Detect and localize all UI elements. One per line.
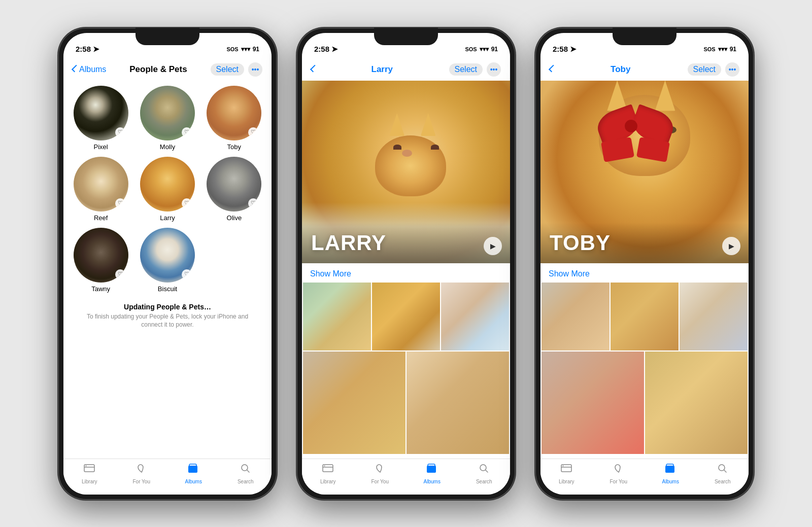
sos-label: SOS	[226, 46, 238, 52]
people-pets-grid: ♡ Pixel ♡ Molly ♡ Toby	[63, 81, 272, 298]
person-name-olive: Olive	[227, 214, 242, 222]
select-button[interactable]: Select	[211, 63, 244, 76]
heart-icon-reef: ♡	[115, 198, 125, 208]
tab-library[interactable]: Library	[63, 463, 116, 484]
person-molly[interactable]: ♡ Molly	[138, 86, 196, 151]
nav-bar-toby: Toby Select •••	[540, 58, 749, 81]
tab-search[interactable]: Search	[220, 463, 272, 484]
toby-thumb-2[interactable]	[611, 283, 679, 350]
tab-albums-label-larry: Albums	[424, 479, 441, 484]
person-olive[interactable]: ♡ Olive	[205, 157, 263, 222]
update-notice: Updating People & Pets… To finish updati…	[63, 298, 272, 335]
tab-foryou-toby[interactable]: For You	[593, 463, 645, 484]
person-name-reef: Reef	[94, 214, 108, 222]
show-more-toby[interactable]: Show More	[540, 263, 749, 283]
person-tawny[interactable]: ♡ Tawny	[72, 228, 130, 293]
albums-icon-toby	[665, 463, 676, 477]
nav-title: People & Pets	[129, 64, 187, 75]
heart-icon-pixel: ♡	[115, 127, 125, 137]
tab-library-larry[interactable]: Library	[302, 463, 354, 484]
tab-library-toby[interactable]: Library	[540, 463, 593, 484]
status-right: SOS ▾▾▾ 91	[226, 46, 259, 53]
person-name-molly: Molly	[160, 143, 175, 151]
update-notice-text: To finish updating your People & Pets, l…	[76, 312, 259, 330]
person-name-biscuit: Biscuit	[158, 285, 177, 293]
select-button-toby[interactable]: Select	[688, 63, 721, 76]
albums-icon-larry	[426, 463, 437, 477]
larry-thumb-5[interactable]	[407, 352, 509, 454]
larry-thumb-4[interactable]	[303, 352, 405, 454]
tab-albums-label: Albums	[185, 479, 202, 484]
status-time: 2:58 ➤	[76, 45, 99, 54]
play-button-larry[interactable]: ▶	[484, 237, 502, 255]
phone-larry-detail: 2:58 ➤ SOS ▾▾▾ 91 Larry Select •••	[297, 28, 515, 500]
person-name-larry: Larry	[160, 214, 175, 222]
svg-point-9	[480, 465, 486, 471]
svg-point-1	[86, 465, 87, 466]
status-time-toby: 2:58 ➤	[553, 45, 577, 54]
person-name-pixel: Pixel	[94, 143, 108, 151]
toby-thumb-1[interactable]	[542, 283, 610, 350]
update-notice-title: Updating People & Pets…	[76, 303, 259, 311]
tab-albums-larry[interactable]: Albums	[406, 463, 458, 484]
phone-screen: 2:58 ➤ SOS ▾▾▾ 91 Albums People & Pets S…	[63, 33, 272, 495]
person-pixel[interactable]: ♡ Pixel	[72, 86, 130, 151]
tab-library-label-larry: Library	[320, 479, 336, 484]
toby-hero-image[interactable]: TOBY ▶	[540, 81, 749, 263]
tab-search-toby[interactable]: Search	[697, 463, 749, 484]
tab-library-label: Library	[82, 479, 97, 484]
status-right-larry: SOS ▾▾▾ 91	[465, 46, 498, 53]
person-toby[interactable]: ♡ Toby	[205, 86, 263, 151]
phone-people-pets: 2:58 ➤ SOS ▾▾▾ 91 Albums People & Pets S…	[58, 28, 277, 500]
larry-pet-name: LARRY	[311, 231, 386, 255]
person-reef[interactable]: ♡ Reef	[72, 157, 130, 222]
foryou-icon	[136, 463, 147, 477]
more-button[interactable]: •••	[248, 62, 262, 77]
more-button-larry[interactable]: •••	[487, 62, 501, 77]
foryou-icon-larry	[375, 463, 386, 477]
wifi-icon: ▾▾▾	[241, 46, 250, 53]
tab-albums[interactable]: Albums	[167, 463, 220, 484]
more-button-toby[interactable]: •••	[725, 62, 739, 77]
library-icon-toby	[561, 463, 572, 477]
wifi-icon-larry: ▾▾▾	[480, 46, 489, 53]
back-button-larry[interactable]	[311, 66, 315, 73]
larry-thumb-1[interactable]	[303, 283, 371, 350]
svg-point-4	[242, 465, 248, 471]
toby-hero-overlay: TOBY	[540, 223, 749, 263]
person-circle-pixel: ♡	[74, 86, 128, 140]
toby-thumb-3[interactable]	[680, 283, 748, 350]
wifi-icon-toby: ▾▾▾	[718, 46, 727, 53]
nav-bar: Albums People & Pets Select •••	[63, 58, 272, 81]
larry-thumb-2[interactable]	[372, 283, 440, 350]
tab-search-larry[interactable]: Search	[458, 463, 511, 484]
nav-title-larry: Larry	[371, 64, 393, 75]
person-circle-larry: ♡	[140, 157, 195, 212]
play-button-toby[interactable]: ▶	[722, 237, 740, 255]
tab-search-label-larry: Search	[476, 479, 492, 484]
tab-albums-toby[interactable]: Albums	[645, 463, 697, 484]
heart-icon-olive: ♡	[248, 198, 258, 208]
larry-thumb-3[interactable]	[441, 283, 509, 350]
back-button-toby[interactable]	[550, 66, 554, 73]
select-button-larry[interactable]: Select	[449, 63, 483, 76]
larry-hero-image[interactable]: LARRY ▶	[302, 81, 510, 263]
person-circle-toby: ♡	[207, 86, 261, 140]
tab-foryou-larry[interactable]: For You	[354, 463, 407, 484]
notch-toby	[613, 28, 676, 45]
heart-icon-tawny: ♡	[115, 269, 125, 279]
back-button[interactable]: Albums	[73, 65, 106, 74]
heart-icon-larry: ♡	[182, 198, 192, 208]
nav-actions-toby: Select •••	[688, 62, 739, 77]
person-biscuit[interactable]: ♡ Biscuit	[138, 228, 196, 293]
tab-bar: Library For You Albums Search	[63, 459, 272, 495]
svg-point-14	[719, 465, 725, 471]
toby-thumb-5[interactable]	[645, 352, 748, 454]
person-larry[interactable]: ♡ Larry	[138, 157, 196, 222]
battery-label-larry: 91	[491, 46, 498, 53]
show-more-larry[interactable]: Show More	[302, 263, 510, 283]
tab-for-you[interactable]: For You	[116, 463, 168, 484]
toby-thumb-4[interactable]	[542, 352, 644, 454]
nav-actions-larry: Select •••	[449, 62, 501, 77]
phone-screen-larry: 2:58 ➤ SOS ▾▾▾ 91 Larry Select •••	[302, 33, 510, 495]
